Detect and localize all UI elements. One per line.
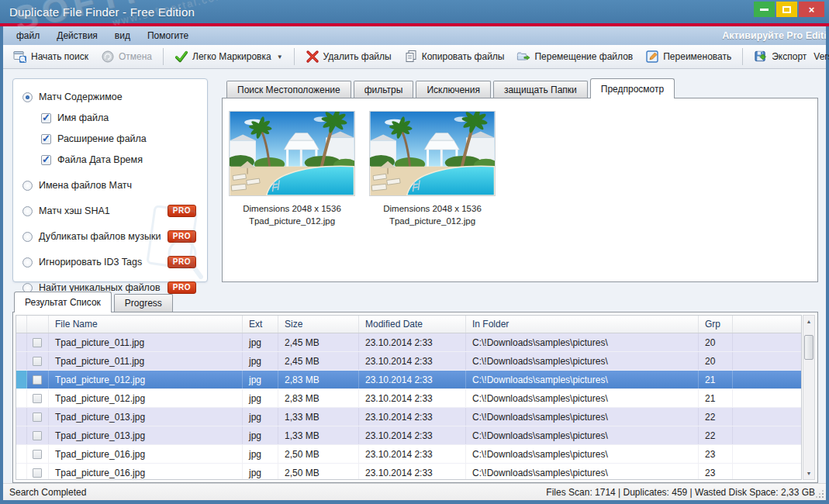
toolbar-separator <box>163 48 164 65</box>
status-stats: Files Scan: 1714 | Duplicates: 459 | Was… <box>546 487 815 498</box>
button-label: Экспорт <box>772 51 807 62</box>
header-ext[interactable]: Ext <box>243 316 278 333</box>
header-size[interactable]: Size <box>278 316 359 333</box>
green-check-icon <box>174 50 188 64</box>
cell-ext: jpg <box>243 333 278 351</box>
activate-pro-link[interactable]: Активируйте Pro Edition <box>722 26 826 45</box>
table-row[interactable]: Tpad_picture_011.jpg jpg 2,45 MB 23.10.2… <box>16 333 801 352</box>
tab-progress[interactable]: Progress <box>114 294 173 312</box>
option-file-name[interactable]: Имя файла <box>41 109 201 126</box>
header-in-folder[interactable]: In Folder <box>466 316 699 333</box>
row-checkbox[interactable] <box>33 413 42 422</box>
scroll-down-arrow-icon[interactable]: ▼ <box>803 468 814 479</box>
preview-card: Dimensions 2048 x 1536 Tpad_picture_012.… <box>369 111 496 227</box>
resize-grip[interactable] <box>816 490 824 499</box>
menu-help[interactable]: Помогите <box>139 26 197 45</box>
header-modified-date[interactable]: Modified Date <box>359 316 466 333</box>
tab-filters[interactable]: фильтры <box>354 81 414 98</box>
delete-files-button[interactable]: Удалить файлы <box>300 47 397 66</box>
preview-dimensions: Dimensions 2048 x 1536 <box>369 203 496 216</box>
cell-file-name: Tpad_picture_016.jpg <box>49 464 243 480</box>
option-file-date-time[interactable]: Файла Дата Время <box>41 151 201 168</box>
menu-actions[interactable]: Действия <box>48 26 106 45</box>
tab-exclusions[interactable]: Исключения <box>416 81 491 98</box>
cell-modified: 23.10.2014 2:33 <box>359 389 466 407</box>
cell-folder: C:\!Downloads\samples\pictures\ <box>466 408 699 426</box>
header-grp[interactable]: Grp <box>699 316 733 333</box>
row-checkbox[interactable] <box>33 357 42 366</box>
tab-preview[interactable]: Предпросмотр <box>590 78 675 98</box>
table-row-selected[interactable]: Tpad_picture_012.jpg jpg 2,83 MB 23.10.2… <box>16 371 801 389</box>
rename-button[interactable]: Переименовать <box>640 47 737 66</box>
radio-icon[interactable] <box>22 181 33 191</box>
toolbar-separator <box>742 48 743 65</box>
cell-modified: 23.10.2014 2:33 <box>359 333 466 351</box>
tab-result-list[interactable]: Результат Список <box>14 292 112 312</box>
table-row[interactable]: Tpad_picture_011.jpg jpg 2,45 MB 23.10.2… <box>16 352 801 371</box>
start-search-button[interactable]: Начать поиск <box>8 47 94 66</box>
maximize-button[interactable] <box>776 2 797 17</box>
button-label: Легко Маркировка <box>192 51 271 62</box>
tab-protect-folders[interactable]: защищать Папки <box>493 81 588 98</box>
row-checkbox[interactable] <box>33 450 42 459</box>
cell-grp: 21 <box>699 389 733 407</box>
option-file-extension[interactable]: Расширение файла <box>41 130 201 147</box>
button-label: Отмена <box>119 51 152 62</box>
cell-folder: C:\!Downloads\samples\pictures\ <box>466 389 699 407</box>
close-button[interactable]: × <box>799 2 824 17</box>
table-row[interactable]: Tpad_picture_013.jpg jpg 1,33 MB 23.10.2… <box>16 408 801 426</box>
preview-image-resort-pool[interactable] <box>229 111 355 196</box>
cell-grp: 20 <box>699 333 733 351</box>
cell-grp: 22 <box>699 426 733 444</box>
titlebar[interactable]: Duplicate File Finder - Free Edition × <box>0 0 829 23</box>
cell-grp: 21 <box>699 371 733 388</box>
cell-ext: jpg <box>243 371 278 388</box>
cell-modified: 23.10.2014 2:33 <box>359 352 466 370</box>
cell-grp: 23 <box>699 464 733 480</box>
row-checkbox[interactable] <box>33 431 42 440</box>
radio-icon[interactable] <box>22 257 33 268</box>
scroll-up-arrow-icon[interactable]: ▲ <box>803 316 814 327</box>
header-file-name[interactable]: File Name <box>49 316 243 333</box>
checkbox-checked-icon[interactable] <box>41 155 51 165</box>
minimize-button[interactable] <box>754 2 775 17</box>
copy-files-button[interactable]: Копировать файлы <box>399 47 510 66</box>
cell-grp: 22 <box>699 408 733 426</box>
rename-pencil-icon <box>645 50 659 64</box>
checkbox-checked-icon[interactable] <box>41 113 51 123</box>
option-match-filenames[interactable]: Имена файлов Матч <box>22 177 201 194</box>
row-checkbox[interactable] <box>33 375 42 385</box>
row-checkbox[interactable] <box>33 468 42 478</box>
option-label: Имена файлов Матч <box>39 180 132 191</box>
document-magnifier-watermark-icon <box>145 205 206 280</box>
checkbox-checked-icon[interactable] <box>41 134 51 144</box>
table-row[interactable]: Tpad_picture_016.jpg jpg 2,50 MB 23.10.2… <box>16 464 801 480</box>
vertical-scrollbar[interactable]: ▲ ▼ <box>803 315 815 480</box>
scrollbar-thumb[interactable] <box>804 335 813 360</box>
row-checkbox[interactable] <box>33 338 42 347</box>
table-row[interactable]: Tpad_picture_012.jpg jpg 2,83 MB 23.10.2… <box>16 389 801 408</box>
cell-modified: 23.10.2014 2:33 <box>359 371 466 388</box>
menu-view[interactable]: вид <box>106 26 139 45</box>
tab-search-location[interactable]: Поиск Местоположение <box>226 81 351 98</box>
cancel-button[interactable]: Отмена <box>95 47 157 66</box>
cell-ext: jpg <box>243 445 278 463</box>
cell-file-name: Tpad_picture_012.jpg <box>49 371 243 388</box>
radio-icon[interactable] <box>22 206 33 216</box>
menubar: файл Действия вид Помогите Активируйте P… <box>3 26 826 45</box>
radio-icon[interactable] <box>22 232 33 242</box>
option-match-content[interactable]: Матч Содержимое <box>22 88 201 105</box>
easy-mark-button[interactable]: Легко Маркировка ▼ <box>169 47 288 66</box>
radio-selected-icon[interactable] <box>22 92 33 102</box>
export-button[interactable]: Экспорт <box>748 47 812 66</box>
row-checkbox[interactable] <box>33 394 42 403</box>
cell-size: 1,33 MB <box>278 426 359 444</box>
export-disk-icon <box>754 50 768 64</box>
move-files-button[interactable]: Перемещение файлов <box>511 47 638 66</box>
menu-file[interactable]: файл <box>8 26 48 45</box>
table-row[interactable]: Tpad_picture_016.jpg jpg 2,50 MB 23.10.2… <box>16 445 801 464</box>
preview-image-resort-pool[interactable] <box>369 111 496 196</box>
table-row[interactable]: Tpad_picture_013.jpg jpg 1,33 MB 23.10.2… <box>16 426 801 445</box>
cancel-circle-icon <box>101 50 115 64</box>
cell-ext: jpg <box>243 352 278 370</box>
